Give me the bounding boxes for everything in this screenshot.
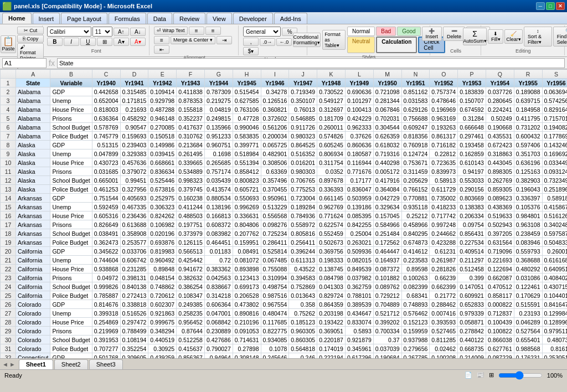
row-num-16[interactable]: 16 xyxy=(1,212,16,220)
cell-r29-c8[interactable]: 0.714631 xyxy=(233,336,261,344)
cell-r11-c10[interactable]: 0.706765 xyxy=(289,176,317,185)
cell-r6-c2[interactable]: Police Budget xyxy=(50,132,92,141)
cell-r8-c7[interactable]: 0.1698 xyxy=(204,149,233,158)
sheet-nav-right[interactable]: ► xyxy=(9,361,16,368)
cell-r25-c17[interactable]: 0.000822 xyxy=(486,300,514,309)
cell-r23-c2[interactable]: School Budget xyxy=(50,282,92,291)
cell-r4-c11[interactable]: 0.181709 xyxy=(317,114,346,123)
view-break-icon[interactable]: ⊞ xyxy=(489,372,494,379)
cell-r23-c9[interactable]: 0.498754 xyxy=(261,282,289,291)
insert-cells-button[interactable]: ➕ Insert xyxy=(422,27,442,41)
cell-r13-c15[interactable]: 0.735002 xyxy=(430,194,458,203)
cell-r7-c6[interactable]: 0.213684 xyxy=(177,141,205,149)
cell-r28-c6[interactable]: 0.87644 xyxy=(177,327,205,336)
style-normal-btn[interactable]: Normal xyxy=(347,27,375,36)
formula-input[interactable]: State xyxy=(57,58,565,68)
cell-r24-c4[interactable]: 0.272413 xyxy=(120,291,148,300)
cell-r14-c5[interactable]: 0.306323 xyxy=(148,203,177,212)
cell-r22-c17[interactable]: 0.662087 xyxy=(486,274,514,282)
cell-r27-c13[interactable]: 0.399202 xyxy=(373,318,401,327)
cell-r14-c3[interactable]: 0.592459 xyxy=(92,203,120,212)
cell-r14-c15[interactable]: 0.418233 xyxy=(430,203,458,212)
cell-r4-c2[interactable]: Prisons xyxy=(50,114,92,123)
row-num-4[interactable]: 4 xyxy=(1,105,16,114)
cell-r14-c6[interactable]: 0.411244 xyxy=(177,203,205,212)
cell-r1-c14[interactable]: 0.851162 xyxy=(401,87,430,96)
cell-r16-c11[interactable]: 0.622574 xyxy=(317,220,346,229)
col-header-P[interactable]: P xyxy=(458,70,486,79)
cell-r15-c18[interactable]: 0.984801 xyxy=(514,212,542,220)
tab-developer[interactable]: Developer xyxy=(233,13,273,24)
cell-state[interactable]: Colorado xyxy=(16,309,50,318)
cell-r24-c9[interactable]: 0.987516 xyxy=(261,291,289,300)
cell-r22-c8[interactable]: 0.123413 xyxy=(233,274,261,282)
cell-r11-c19[interactable]: 0.732349 xyxy=(542,176,567,185)
row-num-32[interactable]: 32 xyxy=(1,353,16,359)
cell-r23-c17[interactable]: 0.470512 xyxy=(486,282,514,291)
cell-r8-c12[interactable]: 0.180587 xyxy=(345,149,373,158)
cell-r14-c13[interactable]: 0.329634 xyxy=(373,203,401,212)
row-num-17[interactable]: 17 xyxy=(1,220,16,229)
cell-r4-c16[interactable]: 0.31284 xyxy=(458,114,486,123)
cell-r17-c16[interactable]: 0.856431 xyxy=(458,229,486,238)
maximize-button[interactable]: □ xyxy=(546,2,555,10)
cell-r3-c14[interactable]: 0.629126 xyxy=(401,105,430,114)
cell-r8-c2[interactable]: Unemp xyxy=(50,149,92,158)
cell-r27-c14[interactable]: 0.152123 xyxy=(401,318,430,327)
cell-r10-c10[interactable]: 0.980303 xyxy=(289,167,317,176)
cell-state[interactable]: California xyxy=(16,291,50,300)
cell-r28-c3[interactable]: 0.219969 xyxy=(92,327,120,336)
cell-r29-c4[interactable]: 0.108194 xyxy=(120,336,148,344)
cell-r15-c3[interactable]: 0.605316 xyxy=(92,212,120,220)
row-num-19[interactable]: 19 xyxy=(1,238,16,247)
cell-r8-c3[interactable]: 0.047899 xyxy=(92,149,120,158)
cell-r20-c14[interactable]: 0.223583 xyxy=(401,256,430,265)
style-good-btn[interactable]: Good xyxy=(397,27,420,36)
cell-r24-c15[interactable]: 0.21772 xyxy=(430,291,458,300)
cell-state[interactable]: Colorado xyxy=(16,344,50,353)
cell-r21-c12[interactable]: 0.849539 xyxy=(345,265,373,274)
col-header-M[interactable]: M xyxy=(373,70,401,79)
cell-r1-c3[interactable]: 0.442658 xyxy=(92,87,120,96)
cell-r5-c2[interactable]: School Budget xyxy=(50,123,92,132)
cell-r21-c7[interactable]: 0.383362 xyxy=(204,265,233,274)
cell-r25-c7[interactable]: 0.606364 xyxy=(204,300,233,309)
cell-r30-c7[interactable]: 0.790027 xyxy=(204,344,233,353)
col-header-N[interactable]: N xyxy=(401,70,430,79)
cell-r31-c16[interactable]: 0.214009 xyxy=(458,353,486,359)
cell-r10-c8[interactable]: 0.858412 xyxy=(233,167,261,176)
cell-r16-c13[interactable]: 0.584966 xyxy=(373,220,401,229)
cell-r12-c6[interactable]: 0.379745 xyxy=(177,185,205,194)
cell-r9-c16[interactable]: 0.610143 xyxy=(458,158,486,167)
cell-r15-c16[interactable]: 0.206334 xyxy=(458,212,486,220)
cell-r22-c12[interactable]: 0.037982 xyxy=(345,274,373,282)
cell-r1-c8[interactable]: 0.515454 xyxy=(233,87,261,96)
cell-r28-c14[interactable]: 0.159959 xyxy=(401,327,430,336)
cell-r21-c5[interactable]: 0.89848 xyxy=(148,265,177,274)
cell-r4-c4[interactable]: 0.458292 xyxy=(120,114,148,123)
cell-r1-c18[interactable]: 0.189088 xyxy=(514,87,542,96)
row-num-9[interactable]: 9 xyxy=(1,149,16,158)
cell-r12-c15[interactable]: 0.611729 xyxy=(430,185,458,194)
cell-r19-c4[interactable]: 0.033706 xyxy=(120,247,148,256)
cell-r24-c7[interactable]: 0.314218 xyxy=(204,291,233,300)
cell-r8-c9[interactable]: 0.482901 xyxy=(261,149,289,158)
col-header-E[interactable]: E xyxy=(148,70,177,79)
cell-r13-c2[interactable]: GDP xyxy=(50,194,92,203)
row-num-18[interactable]: 18 xyxy=(1,229,16,238)
cell-r1-c16[interactable]: 0.183839 xyxy=(458,87,486,96)
cell-r27-c16[interactable]: 0.058871 xyxy=(458,318,486,327)
cell-r13-c13[interactable]: 0.042729 xyxy=(373,194,401,203)
cell-r8-c8[interactable]: 0.518984 xyxy=(233,149,261,158)
cell-r13-c16[interactable]: 0.803669 xyxy=(458,194,486,203)
cell-r0-c18[interactable]: Yr1955 xyxy=(514,79,542,87)
cell-r21-c8[interactable]: 0.893898 xyxy=(233,265,261,274)
cell-r14-c10[interactable]: 0.189284 xyxy=(289,203,317,212)
style-bad-btn[interactable]: Bad xyxy=(376,27,396,36)
cell-r1-c7[interactable]: 0.787309 xyxy=(204,87,233,96)
cell-r19-c5[interactable]: 0.819983 xyxy=(148,247,177,256)
cell-r4-c9[interactable]: 0.372602 xyxy=(261,114,289,123)
row-num-3[interactable]: 3 xyxy=(1,96,16,105)
cell-r12-c8[interactable]: 0.605721 xyxy=(233,185,261,194)
cell-r9-c15[interactable]: 0.723635 xyxy=(430,158,458,167)
